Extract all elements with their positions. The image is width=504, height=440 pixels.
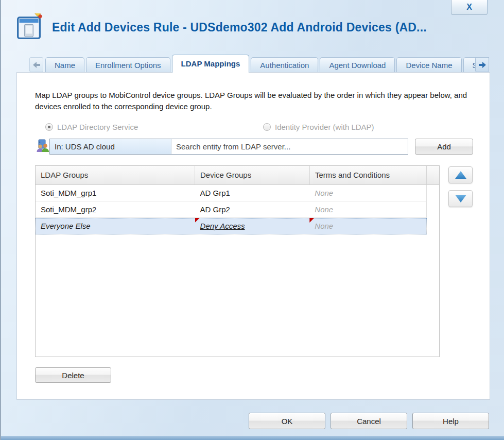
tab-agent-download[interactable]: Agent Download [320, 57, 395, 73]
tab-device-name[interactable]: Device Name [396, 57, 461, 73]
modified-marker-icon [195, 218, 200, 223]
tab-list: NameEnrollment OptionsLDAP MappingsAuthe… [45, 55, 489, 73]
tab-strip: NameEnrollment OptionsLDAP MappingsAuthe… [29, 55, 489, 73]
ldap-search-input[interactable] [171, 139, 408, 154]
close-button[interactable]: X [451, 0, 488, 15]
tab-authentication[interactable]: Authentication [251, 57, 318, 73]
delete-button[interactable]: Delete [35, 367, 111, 383]
source-radio-group: LDAP Directory Service Identity Provider… [17, 123, 490, 134]
radio-ldap-directory-service[interactable]: LDAP Directory Service [45, 123, 138, 131]
ldap-search-group: In: UDS AD cloud [49, 139, 408, 155]
help-button[interactable]: Help [412, 413, 489, 429]
ldap-group-cell: Everyone Else [36, 218, 195, 234]
tab-scroller: NameEnrollment OptionsLDAP MappingsAuthe… [45, 55, 489, 73]
ok-button[interactable]: OK [249, 413, 325, 429]
mapping-description: Map LDAP groups to MobiControl device gr… [35, 90, 472, 112]
title-bar: Edit Add Devices Rule - UDSdemo302 Add A… [16, 13, 427, 41]
arrow-left-icon [33, 62, 40, 68]
tabs-scroll-right-button[interactable] [475, 57, 489, 72]
triangle-up-icon [455, 171, 466, 179]
triangle-down-icon [455, 195, 466, 202]
device-group-cell: AD Grp1 [195, 185, 310, 201]
add-button[interactable]: Add [415, 139, 473, 155]
device-group-cell: AD Grp2 [195, 201, 310, 217]
move-down-button[interactable] [448, 190, 473, 207]
radio-identity-provider[interactable]: Identity Provider (with LDAP) [263, 123, 374, 131]
radio-label: Identity Provider (with LDAP) [275, 123, 374, 131]
table-header: LDAP Groups Device Groups Terms and Cond… [36, 166, 439, 185]
column-header-terms[interactable]: Terms and Conditions [310, 166, 427, 184]
device-group-cell[interactable]: Deny Access [195, 218, 310, 234]
column-header-ldap-groups[interactable]: LDAP Groups [36, 166, 195, 184]
terms-cell: None [309, 201, 426, 217]
tab-enrollment-options[interactable]: Enrollment Options [86, 57, 170, 73]
ldap-mappings-panel: Map LDAP groups to MobiControl device gr… [16, 72, 490, 400]
column-header-spacer [427, 166, 439, 184]
radio-label: LDAP Directory Service [57, 123, 138, 131]
ldap-search-row: In: UDS AD cloud Add [17, 139, 490, 155]
table-body: Soti_MDM_grp1AD Grp1NoneSoti_MDM_grp2AD … [36, 185, 439, 234]
terms-cell: None [309, 218, 426, 234]
arrow-right-icon [479, 62, 486, 68]
modified-marker-icon [309, 218, 314, 223]
tabs-scroll-left-button[interactable] [29, 57, 43, 72]
window-bottom-edge [1, 436, 504, 440]
move-up-button[interactable] [448, 166, 473, 183]
table-row[interactable]: Everyone ElseDeny AccessNone [36, 218, 427, 234]
ldap-group-cell: Soti_MDM_grp1 [36, 185, 195, 201]
radio-selected-icon [45, 123, 53, 131]
footer-buttons: OK Cancel Help [249, 413, 489, 429]
table-row[interactable]: Soti_MDM_grp2AD Grp2None [36, 201, 427, 218]
tab-ldap-mappings[interactable]: LDAP Mappings [172, 55, 250, 73]
table-row[interactable]: Soti_MDM_grp1AD Grp1None [36, 185, 427, 201]
ldap-group-cell: Soti_MDM_grp2 [36, 201, 195, 217]
edit-add-devices-rule-dialog: X Edit Add Devices Rule - UDSdemo302 Add… [0, 0, 504, 440]
tab-name[interactable]: Name [45, 57, 84, 73]
search-scope-selector[interactable]: In: UDS AD cloud [50, 139, 171, 154]
edit-rule-icon [16, 13, 45, 41]
terms-cell: None [309, 185, 426, 201]
cancel-button[interactable]: Cancel [331, 413, 407, 429]
mapping-table: LDAP Groups Device Groups Terms and Cond… [35, 165, 440, 357]
directory-users-icon [34, 139, 50, 154]
column-header-device-groups[interactable]: Device Groups [195, 166, 310, 184]
dialog-title: Edit Add Devices Rule - UDSdemo302 Add A… [52, 21, 427, 35]
radio-unselected-icon [263, 123, 271, 131]
